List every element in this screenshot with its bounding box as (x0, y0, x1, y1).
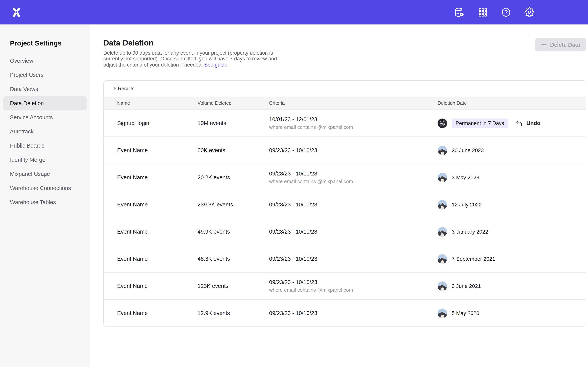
deletion-date-cell: 7 September 2021 (438, 254, 586, 264)
description-line-1: Delete up to 90 days data for any event … (103, 50, 283, 56)
mixpanel-logo[interactable] (11, 7, 21, 17)
volume-cell: 48.3K events (198, 256, 269, 262)
criteria-range: 09/23/23 - 10/10/23 (269, 256, 438, 262)
sidebar-item-overview[interactable]: Overview (3, 54, 87, 68)
deletion-date-cell: 12 July 2022 (438, 200, 586, 209)
main-content: Data Deletion Delete up to 90 days data … (90, 25, 588, 367)
column-header-criteria: Criteria (269, 100, 438, 106)
table-row: Event Name 49.9K events 09/23/23 - 10/10… (104, 218, 586, 245)
top-icon-group (454, 7, 534, 17)
deletion-date-cell: Permanent in 7 Days Undo (438, 118, 586, 128)
sidebar-item-mixpanel-usage[interactable]: Mixpanel Usage (3, 167, 87, 181)
sidebar-item-warehouse-connections[interactable]: Warehouse Connections (3, 181, 87, 195)
user-avatar (438, 173, 447, 182)
criteria-range: 09/23/23 - 10/10/23 (269, 310, 438, 316)
table-row: Event Name 20.2K events 09/23/23 - 10/10… (104, 164, 586, 191)
deletion-date-cell: 5 May 2020 (438, 308, 586, 318)
volume-cell: 12.9K events (198, 310, 269, 316)
table-row: Signup_login 10M events 10/01/23 - 12/01… (104, 109, 586, 136)
undo-label: Undo (526, 120, 541, 126)
criteria-cell: 10/01/23 - 12/01/23 where email contains… (269, 116, 438, 130)
criteria-range: 09/23/23 - 10/10/23 (269, 201, 438, 208)
event-name-cell: Event Name (104, 283, 198, 289)
sidebar-item-public-boards[interactable]: Public Boards (3, 139, 87, 153)
deletion-date: 12 July 2022 (452, 202, 482, 207)
criteria-range: 09/23/23 - 10/10/23 (269, 229, 438, 235)
criteria-cell: 09/23/23 - 10/10/23 (269, 229, 438, 235)
deletion-date: 7 September 2021 (452, 256, 495, 262)
column-header-volume-deleted: Volume Deleted (198, 100, 269, 106)
deletion-date: 20 June 2023 (452, 147, 484, 153)
criteria-range: 09/23/23 - 10/10/23 (269, 147, 438, 153)
table-row: Event Name 30K events 09/23/23 - 10/10/2… (104, 136, 586, 164)
user-avatar (438, 281, 447, 291)
criteria-cell: 09/23/23 - 10/10/23 where email contains… (269, 279, 438, 293)
undo-icon (516, 119, 523, 127)
user-avatar (438, 227, 447, 236)
description-line-2: currently not supported). Once submitted… (103, 56, 283, 62)
deletion-date-cell: 3 January 2022 (438, 227, 586, 236)
undo-button[interactable]: Undo (516, 119, 541, 127)
volume-cell: 20.2K events (198, 174, 269, 180)
event-name-cell: Event Name (104, 229, 198, 235)
volume-cell: 239.3K events (198, 201, 269, 208)
deletion-table-card: 5 Results Name Volume Deleted Criteria D… (103, 80, 586, 327)
criteria-range: 10/01/23 - 12/01/23 (269, 116, 438, 122)
table-header-row: Name Volume Deleted Criteria Deletion Da… (104, 97, 586, 109)
deletion-date-cell: 20 June 2023 (438, 145, 586, 155)
table-row: Event Name 239.3K events 09/23/23 - 10/1… (104, 191, 586, 218)
delete-data-label: Delete Data (550, 42, 580, 48)
column-header-name: Name (104, 100, 198, 106)
column-header-deletion-date: Deletion Date (438, 100, 586, 106)
sidebar-item-service-accounts[interactable]: Service Accounts (3, 110, 87, 125)
event-name-cell: Event Name (104, 256, 198, 262)
event-name-cell: Event Name (104, 201, 198, 208)
criteria-filter: where email contains @mixpanel.com (269, 287, 438, 293)
status-badge: Permanent in 7 Days (452, 118, 508, 128)
database-settings-icon[interactable] (454, 7, 464, 17)
deletion-date: 3 January 2022 (452, 229, 488, 234)
sidebar-item-data-deletion[interactable]: Data Deletion (3, 96, 87, 110)
user-avatar (438, 118, 447, 128)
plus-icon (541, 42, 547, 47)
top-nav-bar (0, 0, 588, 25)
sidebar-item-autotrack[interactable]: Autotrack (3, 125, 87, 139)
criteria-cell: 09/23/23 - 10/10/23 (269, 256, 438, 262)
deletion-date-cell: 3 May 2023 (438, 173, 586, 182)
criteria-filter: where email contains @mixpanel.com (269, 124, 438, 130)
user-avatar (438, 200, 447, 209)
table-row: Event Name 123K events 09/23/23 - 10/10/… (104, 272, 586, 299)
see-guide-link[interactable]: See guide (204, 62, 227, 68)
description-line-3: adjust the criteria of your deletion if … (103, 62, 204, 68)
page-title: Data Deletion (103, 38, 586, 47)
criteria-filter: where email contains @mixpanel.com (269, 179, 438, 184)
deletion-date: 3 June 2021 (452, 283, 481, 289)
criteria-range: 09/23/23 - 10/10/23 (269, 279, 438, 285)
event-name-cell: Event Name (104, 174, 198, 180)
sidebar-item-data-views[interactable]: Data Views (3, 82, 87, 96)
results-count: 5 Results (104, 81, 586, 91)
event-name-cell: Signup_login (104, 120, 198, 126)
table-row: Event Name 48.3K events 09/23/23 - 10/10… (104, 245, 586, 272)
sidebar-item-warehouse-tables[interactable]: Warehouse Tables (3, 195, 87, 209)
deletion-date-cell: 3 June 2021 (438, 281, 586, 291)
deletion-date: 5 May 2020 (452, 310, 479, 316)
event-name-cell: Event Name (104, 310, 198, 316)
sidebar-nav: Overview Project Users Data Views Data D… (0, 54, 90, 209)
criteria-range: 09/23/23 - 10/10/23 (269, 170, 438, 177)
volume-cell: 30K events (198, 147, 269, 153)
sidebar-item-identity-merge[interactable]: Identity Merge (3, 153, 87, 167)
mixpanel-logo-icon (11, 7, 21, 17)
volume-cell: 49.9K events (198, 229, 269, 235)
delete-data-button[interactable]: Delete Data (535, 38, 586, 51)
criteria-cell: 09/23/23 - 10/10/23 (269, 147, 438, 153)
event-name-cell: Event Name (104, 147, 198, 153)
user-avatar (438, 308, 447, 318)
apps-grid-icon[interactable] (478, 7, 488, 17)
sidebar: Project Settings Overview Project Users … (0, 25, 90, 367)
deletion-date: 3 May 2023 (452, 175, 479, 180)
app-root: Project Settings Overview Project Users … (0, 0, 588, 367)
sidebar-item-project-users[interactable]: Project Users (3, 68, 87, 82)
settings-icon[interactable] (524, 7, 534, 17)
help-icon[interactable] (501, 7, 511, 17)
